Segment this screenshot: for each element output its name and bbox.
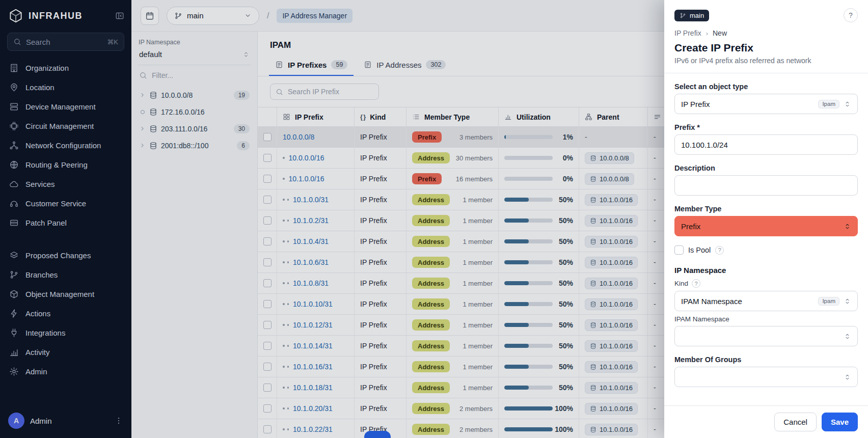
is-pool-label: Is Pool — [688, 246, 711, 254]
kind-value: IPAM Namespace — [681, 297, 814, 306]
kind-badge: Ipam — [818, 297, 839, 306]
drawer-title: Create IP Prefix — [674, 42, 858, 54]
description-field-label: Description — [674, 164, 858, 172]
chevrons-updown-icon — [844, 373, 851, 381]
branch-badge-label: main — [690, 12, 704, 19]
object-type-value: IP Prefix — [681, 100, 814, 108]
chevrons-updown-icon — [844, 333, 851, 340]
kind-label: Kind — [674, 280, 688, 287]
member-of-groups-label: Member Of Groups — [674, 355, 858, 364]
object-type-select[interactable]: IP Prefix Ipam — [674, 94, 858, 114]
updown-icon — [844, 297, 851, 305]
updown-icon — [844, 373, 851, 381]
kind-select[interactable]: IPAM Namespace Ipam — [674, 291, 858, 311]
drawer-form: Select an object type IP Prefix Ipam Pre… — [664, 73, 868, 405]
drawer-subtitle: IPv6 or IPv4 prefix also referred as net… — [674, 57, 858, 73]
updown-icon — [844, 100, 851, 108]
create-ip-prefix-drawer: main ? IP Prefix › New Create IP Prefix … — [664, 0, 868, 438]
is-pool-help-icon[interactable]: ? — [715, 246, 724, 255]
branch-icon — [680, 12, 686, 19]
member-of-groups-select[interactable] — [674, 367, 858, 387]
is-pool-checkbox[interactable] — [674, 245, 684, 255]
drawer-footer: Cancel Save — [664, 405, 868, 438]
description-field-input[interactable] — [674, 175, 858, 196]
updown-icon — [844, 333, 851, 340]
help-button[interactable]: ? — [844, 8, 858, 22]
branch-badge: main — [674, 10, 709, 21]
member-type-value: Prefix — [681, 222, 839, 231]
chevrons-updown-icon — [844, 100, 851, 108]
infrahub-app: INFRAHUB Search ⌘K OrganizationLocationD… — [0, 0, 868, 438]
ipam-namespace-label: IPAM Namespace — [674, 315, 858, 323]
ipam-namespace-select[interactable] — [674, 326, 858, 346]
cancel-button[interactable]: Cancel — [774, 413, 817, 431]
breadcrumb-parent[interactable]: IP Prefix — [674, 29, 701, 37]
updown-icon — [844, 223, 851, 230]
drawer-header: main ? IP Prefix › New Create IP Prefix … — [664, 0, 868, 73]
prefix-field-label: Prefix * — [674, 123, 858, 131]
breadcrumb-separator: › — [706, 30, 708, 37]
ip-namespace-section-label: IP Namespace — [674, 266, 858, 275]
kind-help-icon[interactable]: ? — [692, 279, 700, 288]
breadcrumb-current: New — [713, 29, 727, 37]
member-type-label: Member Type — [674, 205, 858, 213]
save-button[interactable]: Save — [822, 413, 858, 431]
object-type-badge: Ipam — [818, 100, 839, 108]
chevrons-updown-icon — [844, 223, 851, 230]
member-type-select[interactable]: Prefix — [674, 216, 858, 236]
branch-icon — [680, 12, 686, 19]
drawer-breadcrumb: IP Prefix › New — [674, 29, 858, 37]
object-type-label: Select an object type — [674, 83, 858, 91]
prefix-field-input[interactable] — [674, 134, 858, 155]
chevrons-updown-icon — [844, 297, 851, 305]
